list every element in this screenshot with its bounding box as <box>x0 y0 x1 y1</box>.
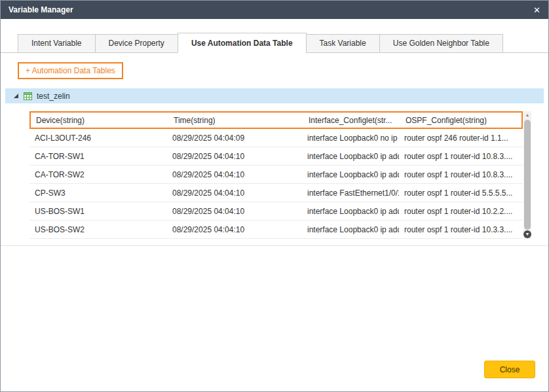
table-cell: CA-TOR-SW1 <box>29 152 167 161</box>
tab-task-variable[interactable]: Task Variable <box>306 34 380 53</box>
table-cell: ACI-L3OUT-246 <box>29 134 167 143</box>
variable-manager-dialog: Variable Manager ✕ Intent Variable Devic… <box>0 0 549 392</box>
add-automation-data-tables-button[interactable]: + Automation Data Tables <box>18 62 123 79</box>
table-cell: router ospf 1 router-id 5.5.5.5... <box>399 188 523 198</box>
tab-use-automation-data-table[interactable]: Use Automation Data Table <box>178 33 307 53</box>
titlebar: Variable Manager ✕ <box>1 1 548 19</box>
table-cell: router ospf 1 router-id 10.8.3.... <box>399 170 523 179</box>
table-cell: 08/29/2025 04:04:09 <box>167 134 302 143</box>
tree-item-label: test_zelin <box>37 92 70 101</box>
scrollbar-thumb[interactable] <box>524 120 531 230</box>
table-cell: interface Loopback0 ip addre... <box>302 225 399 234</box>
expand-collapse-icon[interactable] <box>13 93 19 99</box>
table-cell: interface Loopback0 ip addre... <box>302 170 399 179</box>
table-header-interface-configlet[interactable]: Interface_Configlet(str... <box>303 116 400 125</box>
table-cell: 08/29/2025 04:04:10 <box>167 225 302 234</box>
vertical-scrollbar[interactable]: ▲ ▼ <box>523 111 531 239</box>
table-cell: router ospf 1 router-id 10.3.3.... <box>399 225 523 234</box>
table-cell: 08/29/2025 04:04:10 <box>167 188 302 198</box>
data-table-icon <box>24 92 32 100</box>
table-cell: 08/29/2025 04:04:10 <box>167 207 302 216</box>
content-divider <box>1 245 548 246</box>
data-table: Device(string) Time(string) Interface_Co… <box>29 111 531 239</box>
table-row[interactable]: US-BOS-SW2 08/29/2025 04:04:10 interface… <box>29 221 523 239</box>
table-row[interactable]: ACI-L3OUT-246 08/29/2025 04:04:09 interf… <box>29 129 523 147</box>
table-cell: router ospf 1 router-id 10.2.2.... <box>399 207 523 216</box>
table-cell: 08/29/2025 04:04:10 <box>167 170 302 179</box>
scroll-up-icon[interactable]: ▲ <box>525 111 530 119</box>
table-header-device[interactable]: Device(string) <box>31 116 168 125</box>
tree-item-test-zelin[interactable]: test_zelin <box>5 88 544 103</box>
table-cell: US-BOS-SW1 <box>29 207 167 216</box>
table-header-ospf-configlet[interactable]: OSPF_Configlet(string) <box>400 116 521 125</box>
tab-intent-variable[interactable]: Intent Variable <box>18 34 96 53</box>
table-cell: interface Loopback0 no ip ad... <box>302 134 399 143</box>
table-header-time[interactable]: Time(string) <box>168 116 303 125</box>
table-row[interactable]: CP-SW3 08/29/2025 04:04:10 interface Fas… <box>29 184 523 202</box>
table-row[interactable]: CA-TOR-SW2 08/29/2025 04:04:10 interface… <box>29 166 523 184</box>
tab-bar: Intent Variable Device Property Use Auto… <box>1 33 548 53</box>
table-cell: 08/29/2025 04:04:10 <box>167 152 302 161</box>
table-cell: US-BOS-SW2 <box>29 225 167 234</box>
close-button[interactable]: Close <box>484 361 535 378</box>
tab-device-property[interactable]: Device Property <box>95 34 178 53</box>
table-header-row: Device(string) Time(string) Interface_Co… <box>29 111 523 129</box>
table-cell: interface Loopback0 ip addre... <box>302 152 399 161</box>
table-cell: interface Loopback0 ip addre... <box>302 207 399 216</box>
table-cell: CA-TOR-SW2 <box>29 170 167 179</box>
table-cell: router ospf 246 router-id 1.1... <box>399 134 523 143</box>
table-cell: router ospf 1 router-id 10.8.3.... <box>399 152 523 161</box>
table-cell: CP-SW3 <box>29 188 167 198</box>
scroll-down-icon[interactable]: ▼ <box>523 230 531 238</box>
dialog-title: Variable Manager <box>9 5 533 14</box>
tab-use-golden-neighbor-table[interactable]: Use Golden Neighbor Table <box>379 34 503 53</box>
table-row[interactable]: US-BOS-SW1 08/29/2025 04:04:10 interface… <box>29 202 523 221</box>
table-cell: interface FastEthernet1/0/1 d... <box>302 188 399 198</box>
table-body: ACI-L3OUT-246 08/29/2025 04:04:09 interf… <box>29 129 523 239</box>
close-icon[interactable]: ✕ <box>533 6 540 14</box>
table-row[interactable]: CA-TOR-SW1 08/29/2025 04:04:10 interface… <box>29 147 523 166</box>
